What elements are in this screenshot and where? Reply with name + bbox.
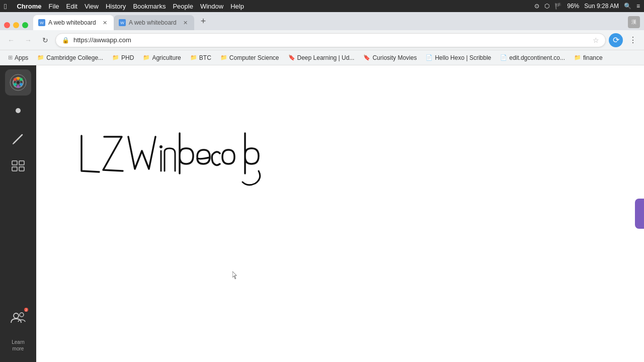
search-icon[interactable]: 🔍 bbox=[624, 3, 631, 10]
tab-2-favicon: W bbox=[119, 19, 126, 26]
pencil-tool[interactable] bbox=[5, 126, 31, 152]
svg-point-13 bbox=[16, 108, 21, 113]
menu-bookmarks[interactable]: Bookmarks bbox=[133, 3, 166, 10]
menu-bar:  Chrome File Edit View History Bookmark… bbox=[0, 0, 644, 12]
bookmark-deeplearning[interactable]: 🔖 Deep Learning | Ud... bbox=[284, 52, 359, 63]
bookmark-edit[interactable]: 📄 edit.dgcontinent.co... bbox=[496, 52, 569, 63]
app-sidebar: 2 Learnmore bbox=[0, 65, 36, 362]
bookmark-btc-label: BTC bbox=[199, 54, 211, 61]
svg-point-6 bbox=[14, 78, 17, 81]
bookmark-icon-cur: 🔖 bbox=[363, 54, 370, 61]
bookmark-cambridge-label: Cambridge College... bbox=[46, 54, 103, 61]
bookmark-cs-label: Computer Science bbox=[229, 54, 279, 61]
svg-rect-16 bbox=[12, 161, 17, 165]
bookmark-curiosity[interactable]: 🔖 Curiosity Movies bbox=[359, 52, 421, 63]
tab-2[interactable]: W A web whiteboard ✕ bbox=[114, 15, 194, 30]
chrome-menu-button[interactable]: ⋮ bbox=[626, 33, 640, 47]
tab-1[interactable]: W A web whiteboard ✕ bbox=[33, 15, 114, 30]
chrome-profile[interactable]: 漢 bbox=[628, 16, 640, 28]
menu-chrome[interactable]: Chrome bbox=[17, 3, 41, 10]
bookmark-hexo-label: Hello Hexo | Scribble bbox=[435, 54, 491, 61]
svg-rect-19 bbox=[19, 167, 24, 171]
chrome-window: W A web whiteboard ✕ W A web whiteboard … bbox=[0, 12, 644, 362]
svg-text:W: W bbox=[120, 21, 124, 25]
forward-button[interactable]: → bbox=[21, 33, 35, 47]
bookmark-btc[interactable]: 📁 BTC bbox=[186, 52, 215, 63]
main-area: 2 Learnmore bbox=[0, 65, 644, 362]
window-maximize[interactable] bbox=[22, 22, 28, 28]
bookmark-star-icon[interactable]: ☆ bbox=[593, 36, 599, 44]
bookmark-curiosity-label: Curiosity Movies bbox=[372, 54, 417, 61]
bookmark-cs[interactable]: 📁 Computer Science bbox=[216, 52, 283, 63]
bookmark-phd[interactable]: 📁 PHD bbox=[108, 52, 138, 63]
menu-help[interactable]: Help bbox=[230, 3, 244, 10]
battery-level: 96% bbox=[567, 3, 579, 10]
right-panel-handle[interactable] bbox=[635, 199, 644, 229]
bookmark-finance[interactable]: 📁 finance bbox=[570, 52, 607, 63]
bookmark-agriculture[interactable]: 📁 Agriculture bbox=[139, 52, 185, 63]
menu-edit[interactable]: Edit bbox=[66, 3, 77, 10]
svg-line-15 bbox=[13, 142, 15, 144]
svg-point-21 bbox=[20, 313, 24, 317]
users-badge: 2 bbox=[24, 308, 28, 312]
tab-2-close[interactable]: ✕ bbox=[181, 19, 189, 27]
svg-text:W: W bbox=[40, 21, 44, 25]
address-bar: ← → ↻ 🔒 https://awwapp.com ☆ ⟳ ⋮ bbox=[0, 30, 644, 50]
palette-tool[interactable] bbox=[5, 69, 31, 96]
canvas-area[interactable] bbox=[36, 65, 644, 362]
bookmark-finance-label: finance bbox=[583, 54, 603, 61]
svg-marker-23 bbox=[232, 272, 236, 279]
folder-icon-agr: 📁 bbox=[143, 54, 150, 61]
tab-1-close[interactable]: ✕ bbox=[101, 19, 109, 27]
bookmark-agriculture-label: Agriculture bbox=[152, 54, 181, 61]
tab-bar: W A web whiteboard ✕ W A web whiteboard … bbox=[0, 12, 644, 30]
apple-menu[interactable]:  bbox=[4, 2, 7, 11]
back-button[interactable]: ← bbox=[4, 33, 18, 47]
doc-icon-edit: 📄 bbox=[500, 54, 507, 61]
bookmarks-bar: ⊞ Apps 📁 Cambridge College... 📁 PHD 📁 Ag… bbox=[0, 50, 644, 65]
svg-point-8 bbox=[20, 78, 23, 81]
folder-icon: 📁 bbox=[37, 54, 44, 61]
bookmark-apps[interactable]: ⊞ Apps bbox=[4, 52, 32, 63]
svg-point-20 bbox=[14, 313, 19, 318]
apps-grid-icon: ⊞ bbox=[8, 54, 13, 61]
chrome-extension-button[interactable]: ⟳ bbox=[609, 33, 623, 47]
wifi-icon: ⊙ bbox=[534, 3, 539, 10]
menu-items: Chrome File Edit View History Bookmarks … bbox=[17, 3, 244, 10]
menu-view[interactable]: View bbox=[85, 3, 99, 10]
cards-tool[interactable] bbox=[5, 154, 31, 180]
bookmark-cambridge[interactable]: 📁 Cambridge College... bbox=[33, 52, 107, 63]
doc-icon-hexo: 📄 bbox=[426, 54, 433, 61]
mouse-cursor bbox=[232, 270, 238, 281]
tab-1-favicon: W bbox=[38, 19, 45, 26]
lock-icon: 🔒 bbox=[62, 37, 69, 44]
svg-point-7 bbox=[17, 77, 20, 80]
dot-tool[interactable] bbox=[5, 98, 31, 124]
svg-point-12 bbox=[16, 80, 20, 84]
folder-icon-cs: 📁 bbox=[220, 54, 227, 61]
users-tool[interactable]: 2 bbox=[5, 305, 31, 331]
new-tab-button[interactable]: + bbox=[196, 14, 210, 28]
bookmark-edit-label: edit.dgcontinent.co... bbox=[509, 54, 565, 61]
address-input-wrap[interactable]: 🔒 https://awwapp.com ☆ bbox=[55, 33, 606, 47]
flag-icon: 🏴 bbox=[554, 3, 562, 10]
folder-icon-phd: 📁 bbox=[112, 54, 119, 61]
reload-button[interactable]: ↻ bbox=[38, 33, 52, 47]
control-icon[interactable]: ≡ bbox=[636, 3, 640, 10]
bookmark-phd-label: PHD bbox=[121, 54, 134, 61]
folder-icon-fin: 📁 bbox=[574, 54, 581, 61]
menu-people[interactable]: People bbox=[173, 3, 193, 10]
bookmark-apps-label: Apps bbox=[15, 54, 28, 61]
svg-point-10 bbox=[17, 85, 20, 88]
menu-window[interactable]: Window bbox=[200, 3, 223, 10]
bookmark-hexo[interactable]: 📄 Hello Hexo | Scribble bbox=[422, 52, 495, 63]
svg-point-22 bbox=[159, 145, 163, 148]
tab-1-title: A web whiteboard bbox=[48, 19, 98, 26]
menu-file[interactable]: File bbox=[49, 3, 59, 10]
window-minimize[interactable] bbox=[13, 22, 19, 28]
menu-history[interactable]: History bbox=[106, 3, 126, 10]
svg-rect-17 bbox=[19, 161, 24, 165]
bluetooth-icon: ⬡ bbox=[544, 3, 549, 10]
learn-more-button[interactable]: Learnmore bbox=[5, 333, 31, 358]
window-close[interactable] bbox=[4, 22, 10, 28]
